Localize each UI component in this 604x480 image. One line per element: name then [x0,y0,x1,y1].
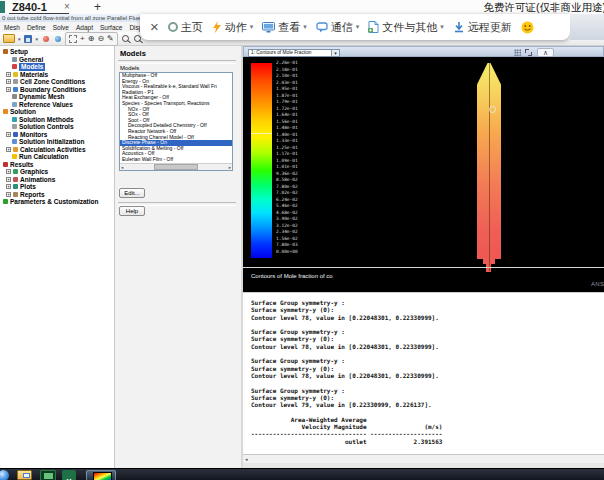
chat-phone-icon [316,22,328,33]
tree-item-models[interactable]: Models [0,63,114,71]
tree-item-animations[interactable]: +Animations [0,176,114,184]
tree-item-reports[interactable]: +Reports [0,191,114,199]
tree-item-general[interactable]: General [0,56,114,64]
tree-item-solution[interactable]: Solution [0,108,114,116]
setup-icon [3,49,8,54]
files-menu[interactable]: 文件与其他 ▾ [368,20,444,35]
save-caret-icon[interactable]: ▾ [36,36,39,42]
pencil-icon[interactable]: ✎ [107,34,114,44]
tree-item-parameters-customization[interactable]: Parameters & Customization [0,198,114,206]
graphics-viewport[interactable]: 2.26e-01 2.18e-01 2.10e-01 2.03e-01 1.95… [243,57,604,292]
taskbar: X [0,468,604,480]
tree-item-boundary-conditions[interactable]: +Boundary Conditions [0,86,114,94]
tree-item-solution-initialization[interactable]: Solution Initialization [0,138,114,146]
expand-icon[interactable]: + [6,147,11,152]
scroll-left-icon[interactable]: ◂ [245,456,248,462]
new-tab-button[interactable]: + [94,0,101,14]
overlay-close-icon[interactable]: × [150,14,159,40]
plot-caption: Contours of Mole fraction of co [251,273,333,279]
expand-icon[interactable]: + [6,177,11,182]
lightning-icon [212,21,222,33]
tree-item-results[interactable]: Results [0,161,114,169]
maximize-icon[interactable] [525,49,532,56]
expand-icon[interactable]: + [6,87,11,92]
scrollbar-thumb[interactable] [154,164,198,170]
select-box-icon[interactable] [69,35,77,43]
expand-icon[interactable]: + [6,184,11,189]
tree-item-dynamic-mesh[interactable]: Dynamic Mesh [0,93,114,101]
tree-item-solution-controls[interactable]: Solution Controls [0,123,114,131]
tree-item-solution-methods[interactable]: Solution Methods [0,116,114,124]
console-hscrollbar[interactable]: ◂ [243,454,604,463]
expand-icon[interactable]: + [6,79,11,84]
zoom-in-icon[interactable]: ⊕ [88,34,95,44]
collapse-chevron-icon[interactable]: ∧ [537,48,554,57]
scroll-right-icon[interactable]: ▸ [229,165,231,170]
tree-item-setup[interactable]: Setup [0,48,114,56]
view-selector-dropdown[interactable]: 1: Contours of Mole Fraction ▾ [248,49,340,57]
tree-item-graphics[interactable]: +Graphics [0,168,114,176]
scroll-left-icon[interactable]: ◂ [121,165,123,170]
menu-surface[interactable]: Surface [100,24,122,31]
tree-item-materials[interactable]: +Materials [0,71,114,79]
taskbar-browser-icon[interactable] [0,470,9,480]
feedback-button[interactable] [521,21,534,34]
globe-button[interactable] [53,33,62,44]
magnifier-icon [134,35,141,42]
zoom-out-icon[interactable]: ⊖ [97,34,104,44]
open-file-caret-icon[interactable]: ▾ [18,36,21,42]
menu-adapt[interactable]: Adapt [76,24,93,31]
console-text: Surface Group symmetry-y : Surface symme… [243,293,604,445]
record-icon [43,36,49,42]
taskbar-explorer-icon[interactable] [17,470,32,480]
listbox-hscrollbar[interactable]: ◂ ▸ [120,163,232,170]
dropdown-caret-icon[interactable]: ▾ [331,50,339,56]
home-ring-icon [168,22,178,32]
edit-button[interactable]: Edit... [119,188,145,198]
communication-caret-icon: ▾ [356,23,360,31]
expand-icon[interactable]: + [6,169,11,174]
action-label: 动作 [225,20,247,35]
expand-icon[interactable]: + [6,192,11,197]
menu-solve[interactable]: Solve [53,24,69,31]
action-menu[interactable]: 动作 ▾ [212,20,254,35]
pan-icon[interactable]: + [80,34,85,44]
panel-title: Models [120,49,146,58]
record-button[interactable] [41,33,50,44]
remote-update-button[interactable]: 远程更新 [453,20,512,35]
general-icon [12,57,17,62]
tree-item-run-calculation[interactable]: Run Calculation [0,153,114,161]
console[interactable]: Surface Group symmetry-y : Surface symme… [243,292,604,454]
parameters-icon [3,199,8,204]
taskbar-fluent-graphics-button[interactable] [86,470,116,480]
contour-thumbnail-icon [93,472,112,480]
expand-icon[interactable]: + [6,132,11,137]
taskbar-remote-desktop-icon[interactable] [40,470,56,480]
view-menu[interactable]: 查看 ▾ [262,20,307,35]
models-list-item[interactable]: Eulerian Wall Film - Off [120,157,232,163]
tree-item-cell-zone-conditions[interactable]: +Cell Zone Conditions [0,78,114,86]
menu-mesh[interactable]: Mesh [4,24,20,31]
home-button[interactable]: 主页 [168,20,203,35]
taskbar-excel-icon[interactable]: X [62,470,76,480]
tree-item-reference-values[interactable]: Reference Values [0,101,114,109]
menu-define[interactable]: Define [27,24,46,31]
help-button[interactable]: Help [119,206,145,216]
view-selector-text: 1: Contours of Mole Fraction [249,50,331,55]
expand-icon[interactable]: + [6,72,11,77]
models-listbox[interactable]: Multiphase - Off Energy - On Viscous - R… [119,72,233,171]
colorbar [251,63,272,258]
tree-item-calculation-activities[interactable]: +Calculation Activities [0,146,114,154]
save-button[interactable] [24,33,33,44]
tile-windows-icon[interactable] [514,49,521,56]
tree-item-monitors[interactable]: +Monitors [0,131,114,139]
models-list-label: Models [120,65,139,71]
dynamic-mesh-icon [12,94,17,99]
fluent-title-text: 0 out tube cold flow-initial from all zo… [2,15,152,21]
open-file-button[interactable] [3,33,15,44]
app-icon [0,1,5,13]
probe-button[interactable] [121,33,130,44]
communication-menu[interactable]: 通信 ▾ [316,20,360,35]
tree-item-plots[interactable]: +Plots [0,183,114,191]
task-page-models: Models Models Multiphase - Off Energy - … [115,46,241,468]
